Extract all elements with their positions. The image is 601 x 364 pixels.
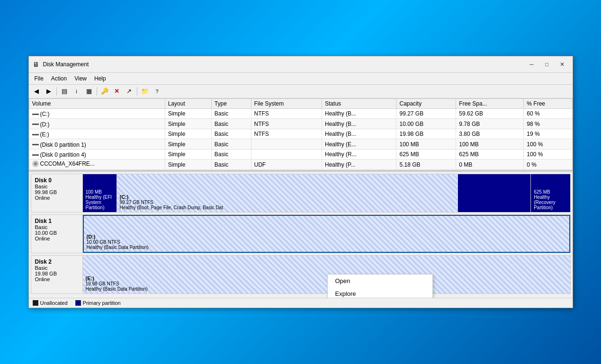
disk0-part3[interactable]: [458, 174, 531, 212]
back-button[interactable]: ◀: [31, 86, 42, 97]
menu-action[interactable]: Action: [47, 74, 71, 83]
cell-status: Healthy (B...: [322, 119, 396, 129]
col-type[interactable]: Type: [211, 98, 251, 108]
disk0-part2[interactable]: (C:) 99.27 GB NTFS Healthy (Boot, Page F…: [117, 174, 458, 212]
disk1-name: Disk 1: [35, 218, 79, 224]
list-button[interactable]: ▤: [59, 86, 70, 97]
disk0-label: Disk 0 Basic 99.98 GB Online: [31, 174, 83, 213]
disk2-part1-label: (E:): [86, 275, 567, 281]
toolbar-sep-2: [97, 87, 97, 96]
cell-layout: Simple: [165, 119, 211, 129]
close-button[interactable]: ✕: [556, 59, 569, 70]
window-controls: ─ □ ✕: [525, 59, 569, 70]
col-filesystem[interactable]: File System: [251, 98, 322, 108]
cell-type: Basic: [211, 149, 251, 160]
delete-button[interactable]: ✕: [111, 86, 123, 97]
col-volume[interactable]: Volume: [29, 98, 165, 108]
cell-volume: CCCOMA_X64FRE...: [29, 160, 165, 170]
disk1-part1-status: Healthy (Basic Data Partition): [87, 245, 566, 250]
disk0-name: Disk 0: [35, 177, 79, 184]
cell-pct: 100 %: [524, 149, 572, 160]
arrow-button[interactable]: ↗: [124, 86, 135, 97]
col-layout[interactable]: Layout: [165, 98, 211, 108]
disk1-status: Online: [35, 236, 79, 241]
cell-layout: Simple: [165, 108, 211, 119]
list2-button[interactable]: ▦: [83, 86, 95, 97]
cell-capacity: 99.27 GB: [396, 108, 456, 119]
disk0-part1[interactable]: 100 MB Healthy (EFI System Partition): [83, 174, 117, 212]
table-row[interactable]: (C:) Simple Basic NTFS Healthy (B... 99.…: [29, 108, 572, 119]
maximize-button[interactable]: □: [540, 59, 554, 70]
cell-layout: Simple: [165, 129, 211, 139]
table-row[interactable]: (E:) Simple Basic NTFS Healthy (B... 19.…: [29, 129, 572, 139]
cell-type: Basic: [211, 139, 251, 150]
disk2-part1-size: 19.98 GB NTFS: [86, 281, 567, 286]
key-button[interactable]: 🔑: [99, 86, 110, 97]
cell-volume: (D:): [29, 119, 165, 129]
title-bar: 🖥 Disk Management ─ □ ✕: [29, 56, 573, 73]
disk2-label: Disk 2 Basic 19.98 GB Online: [31, 255, 83, 294]
cell-fs: [251, 149, 322, 160]
toolbar-sep-1: [56, 87, 57, 96]
minimize-button[interactable]: ─: [525, 59, 538, 70]
cell-fs: NTFS: [251, 119, 322, 129]
primary-swatch: [75, 300, 81, 306]
cell-status: Healthy (B...: [322, 108, 396, 119]
disk2-status: Online: [35, 276, 79, 282]
cell-pct: 19 %: [524, 129, 572, 139]
cell-type: Basic: [211, 160, 251, 170]
disk0-status: Online: [35, 195, 79, 201]
table-row[interactable]: (Disk 0 partition 4) Simple Basic Health…: [29, 149, 572, 160]
app-icon: 🖥: [33, 61, 40, 68]
disk1-row: Disk 1 Basic 10.00 GB Online (D:) 10.00 …: [31, 214, 571, 253]
disk-management-window: 🖥 Disk Management ─ □ ✕ File Action View…: [28, 56, 573, 309]
cell-free: 100 MB: [456, 139, 524, 150]
disk2-part1-status: Healthy (Basic Data Partition): [86, 286, 567, 292]
table-row[interactable]: (Disk 0 partition 1) Simple Basic Health…: [29, 139, 572, 150]
cell-volume: (E:): [29, 129, 165, 139]
table-row[interactable]: (D:) Simple Basic NTFS Healthy (B... 10.…: [29, 119, 572, 129]
cell-type: Basic: [211, 119, 251, 129]
disk1-size: 10.00 GB: [35, 230, 79, 236]
cell-layout: Simple: [165, 149, 211, 160]
disk0-size: 99.98 GB: [35, 189, 79, 195]
cell-layout: Simple: [165, 160, 211, 170]
help-button[interactable]: ?: [152, 86, 163, 97]
cell-free: 625 MB: [456, 149, 524, 160]
col-status[interactable]: Status: [322, 98, 396, 108]
cell-status: Healthy (R...: [322, 149, 396, 160]
menu-file[interactable]: File: [31, 74, 47, 83]
unallocated-swatch: [33, 300, 38, 306]
menu-bar: File Action View Help: [29, 73, 573, 85]
disk2-part1[interactable]: (E:) 19.98 GB NTFS Healthy (Basic Data P…: [83, 256, 570, 293]
forward-button[interactable]: ▶: [43, 86, 54, 97]
cell-layout: Simple: [165, 139, 211, 150]
cell-free: 9.78 GB: [456, 119, 524, 129]
cell-status: Healthy (B...: [322, 129, 396, 139]
disk0-type: Basic: [35, 184, 79, 189]
disk2-size: 19.98 GB: [35, 271, 79, 276]
folder-button[interactable]: 📁: [139, 86, 151, 97]
col-capacity[interactable]: Capacity: [396, 98, 456, 108]
cell-capacity: 10.00 GB: [396, 119, 456, 129]
ctx-open[interactable]: Open: [328, 275, 432, 287]
menu-help[interactable]: Help: [90, 74, 110, 83]
context-menu: Open Explore Mark Partition as Active Ch…: [327, 274, 433, 298]
ctx-explore[interactable]: Explore: [328, 287, 432, 298]
col-pctfree[interactable]: % Free: [524, 98, 572, 108]
window-title: Disk Management: [43, 61, 525, 68]
properties-button[interactable]: i: [71, 86, 82, 97]
table-row[interactable]: CCCOMA_X64FRE... Simple Basic UDF Health…: [29, 160, 572, 170]
disk2-row: Disk 2 Basic 19.98 GB Online (E:) 19.98 …: [31, 255, 571, 294]
cell-free: 3.80 GB: [456, 129, 524, 139]
menu-view[interactable]: View: [71, 74, 90, 83]
col-freespace[interactable]: Free Spa...: [456, 98, 524, 108]
cell-type: Basic: [211, 129, 251, 139]
disk2-partitions: (E:) 19.98 GB NTFS Healthy (Basic Data P…: [83, 255, 571, 294]
disk-visual-wrapper: Disk 0 Basic 99.98 GB Online 100 MB Heal…: [29, 171, 573, 298]
cell-type: Basic: [211, 108, 251, 119]
cell-free: 59.62 GB: [456, 108, 524, 119]
disk0-row: Disk 0 Basic 99.98 GB Online 100 MB Heal…: [31, 174, 571, 213]
disk1-part1[interactable]: (D:) 10.00 GB NTFS Healthy (Basic Data P…: [83, 215, 570, 253]
disk0-part4[interactable]: 625 MB Healthy (Recovery Partition): [531, 174, 570, 212]
